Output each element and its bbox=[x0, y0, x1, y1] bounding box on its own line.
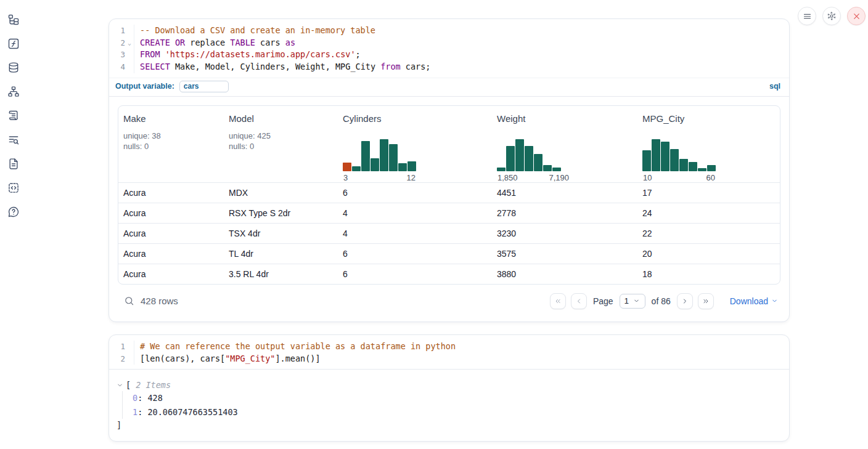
histogram-bar bbox=[352, 166, 361, 171]
settings-button[interactable] bbox=[822, 7, 841, 25]
column-header-weight[interactable]: Weight 1,850 7,190 bbox=[492, 113, 637, 182]
table-cell: Acura bbox=[118, 249, 224, 259]
histogram-bar bbox=[698, 168, 706, 171]
mpg-city-histogram[interactable]: 10 60 bbox=[642, 139, 775, 182]
table-cell: Acura bbox=[118, 208, 224, 218]
table-row[interactable]: AcuraTL 4dr6357520 bbox=[118, 243, 780, 264]
column-header-model[interactable]: Model unique: 425 nulls: 0 bbox=[224, 113, 338, 182]
sidebar-item-data-sources[interactable] bbox=[6, 60, 21, 75]
page-label: Page bbox=[593, 296, 613, 306]
code-text: SELECT Make, Model, Cylinders, Weight, M… bbox=[134, 61, 430, 73]
output-variable-input[interactable] bbox=[179, 81, 229, 92]
sidebar-item-variables[interactable] bbox=[6, 36, 21, 51]
chevron-right-icon bbox=[681, 297, 689, 305]
sql-cell-output: Make unique: 38 nulls: 0 Model unique: 4… bbox=[109, 97, 789, 322]
code-line[interactable]: 1# We can reference the output variable … bbox=[109, 341, 789, 353]
sql-cell: 1-- Download a CSV and create an in-memo… bbox=[108, 18, 790, 322]
text-search-icon bbox=[7, 134, 20, 146]
code-line[interactable]: 1-- Download a CSV and create an in-memo… bbox=[109, 25, 789, 37]
column-name: Make bbox=[123, 113, 219, 124]
last-page-button[interactable] bbox=[698, 293, 714, 309]
unique-count: unique: 425 bbox=[229, 131, 333, 141]
table-cell: 4451 bbox=[492, 188, 637, 198]
sidebar-item-dependency-graph[interactable] bbox=[6, 84, 21, 99]
pagination: Page 1 of 86 Download bbox=[550, 293, 778, 309]
axis-max-label: 7,190 bbox=[549, 173, 569, 182]
search-icon[interactable] bbox=[124, 296, 134, 306]
first-page-button[interactable] bbox=[550, 293, 566, 309]
sidebar-item-documentation[interactable] bbox=[6, 156, 21, 171]
hamburger-menu-icon bbox=[803, 12, 812, 21]
column-header-mpg-city[interactable]: MPG_City 10 60 bbox=[637, 113, 780, 182]
token-plain bbox=[160, 49, 165, 59]
histogram-bar bbox=[642, 150, 651, 171]
column-stats: unique: 38 nulls: 0 bbox=[123, 131, 219, 152]
column-name: Weight bbox=[497, 113, 633, 124]
next-page-button[interactable] bbox=[677, 293, 693, 309]
file-tree-icon bbox=[7, 14, 20, 26]
table-cell: 6 bbox=[338, 188, 492, 198]
menu-button[interactable] bbox=[798, 7, 816, 25]
token-plain: replace bbox=[185, 38, 230, 47]
table-row[interactable]: AcuraRSX Type S 2dr4277824 bbox=[118, 203, 780, 223]
row-count-group: 428 rows bbox=[124, 296, 178, 306]
code-line[interactable]: 2[len(cars), cars["MPG_City"].mean()] bbox=[109, 353, 789, 365]
table-cell: Acura bbox=[118, 269, 224, 279]
table-row[interactable]: AcuraTSX 4dr4323022 bbox=[118, 223, 780, 243]
token-kw: from bbox=[380, 62, 401, 71]
shutdown-button[interactable] bbox=[847, 7, 866, 25]
token-kw: OR bbox=[175, 38, 185, 47]
page-select[interactable]: 1 bbox=[620, 294, 645, 309]
table-row[interactable]: AcuraMDX6445117 bbox=[118, 182, 780, 203]
token-comment: # We can reference the output variable a… bbox=[140, 341, 456, 351]
output-variable-row: Output variable: sql bbox=[109, 78, 789, 96]
code-line[interactable]: 4SELECT Make, Model, Cylinders, Weight, … bbox=[109, 61, 789, 73]
cylinders-histogram[interactable]: 3 12 bbox=[343, 139, 487, 182]
histogram-bar bbox=[689, 162, 697, 171]
tree-index: 1 bbox=[133, 407, 137, 417]
code-text: -- Download a CSV and create an in-memor… bbox=[134, 25, 375, 37]
sidebar-item-snippets[interactable] bbox=[6, 180, 21, 195]
table-cell: 6 bbox=[338, 269, 492, 279]
notebook: 1-- Download a CSV and create an in-memo… bbox=[108, 0, 790, 449]
column-header-cylinders[interactable]: Cylinders 3 12 bbox=[338, 113, 492, 182]
close-icon bbox=[853, 12, 861, 20]
page-select-value: 1 bbox=[624, 296, 629, 305]
code-text: FROM 'https://datasets.marimo.app/cars.c… bbox=[134, 49, 361, 61]
code-line[interactable]: 3FROM 'https://datasets.marimo.app/cars.… bbox=[109, 49, 789, 61]
language-badge: sql bbox=[769, 82, 780, 91]
sidebar-item-help[interactable] bbox=[6, 204, 21, 219]
sidebar-item-file-explorer[interactable] bbox=[6, 12, 21, 27]
token-comment: -- Download a CSV and create an in-memor… bbox=[140, 25, 375, 35]
table-cell: 3230 bbox=[492, 229, 637, 238]
previous-page-button[interactable] bbox=[571, 293, 587, 309]
python-code-editor[interactable]: 1# We can reference the output variable … bbox=[109, 335, 789, 369]
tree-root[interactable]: [ 2 Items bbox=[117, 379, 779, 391]
histogram-bar bbox=[525, 146, 533, 171]
null-count: nulls: 0 bbox=[123, 141, 219, 152]
network-icon bbox=[7, 86, 20, 98]
sidebar-item-scratchpad[interactable] bbox=[6, 108, 21, 123]
table-cell: 6 bbox=[338, 249, 492, 259]
axis-min-label: 10 bbox=[643, 173, 652, 182]
column-header-make[interactable]: Make unique: 38 nulls: 0 bbox=[118, 113, 224, 182]
open-bracket: [ bbox=[126, 379, 131, 391]
unique-count: unique: 38 bbox=[123, 131, 219, 141]
code-line[interactable]: 2⌄CREATE OR replace TABLE cars as bbox=[109, 37, 789, 49]
table-body: AcuraMDX6445117AcuraRSX Type S 2dr427782… bbox=[118, 182, 780, 284]
table-cell: 2778 bbox=[492, 208, 637, 218]
axis-max-label: 12 bbox=[407, 173, 416, 182]
sql-code-editor[interactable]: 1-- Download a CSV and create an in-memo… bbox=[109, 19, 789, 78]
line-number: 4 bbox=[109, 61, 125, 73]
column-name: Model bbox=[229, 113, 333, 124]
sidebar-item-logs[interactable] bbox=[6, 132, 21, 147]
fold-chevron-icon[interactable]: ⌄ bbox=[125, 37, 134, 49]
download-button[interactable]: Download bbox=[730, 296, 778, 306]
table-row[interactable]: Acura3.5 RL 4dr6388018 bbox=[118, 264, 780, 284]
histogram-bar bbox=[506, 146, 515, 171]
weight-histogram[interactable]: 1,850 7,190 bbox=[497, 139, 633, 182]
table-cell: 3880 bbox=[492, 269, 637, 279]
histogram-bar bbox=[543, 165, 552, 171]
token-plain: [len(cars), cars[ bbox=[140, 354, 225, 363]
marimo-app: 1-- Download a CSV and create an in-memo… bbox=[0, 0, 868, 449]
